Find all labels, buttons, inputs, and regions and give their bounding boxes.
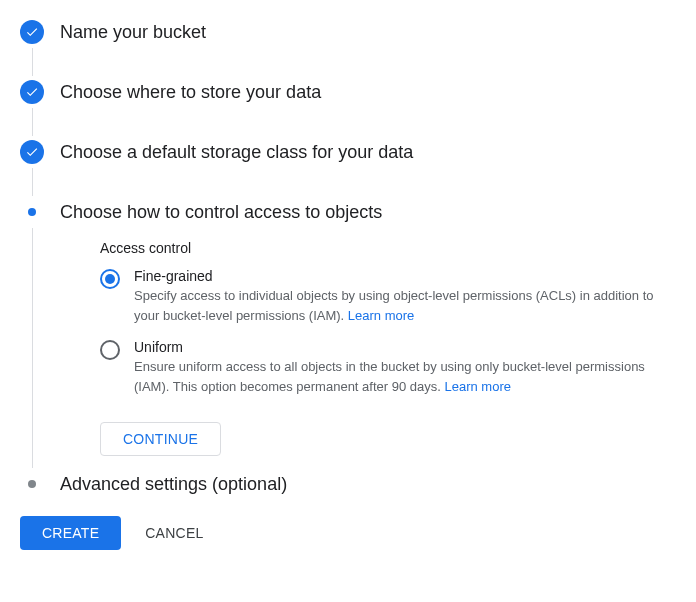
check-icon	[20, 20, 44, 44]
step-choose-location[interactable]: Choose where to store your data	[20, 80, 676, 140]
check-icon	[20, 140, 44, 164]
step-advanced-settings[interactable]: Advanced settings (optional)	[20, 472, 676, 496]
step-connector	[32, 108, 33, 136]
learn-more-link[interactable]: Learn more	[348, 308, 414, 323]
step-title: Choose a default storage class for your …	[60, 140, 676, 164]
active-dot-icon	[28, 208, 36, 216]
cancel-button[interactable]: Cancel	[145, 525, 203, 541]
stepper: Name your bucket Choose where to store y…	[20, 20, 676, 496]
step-title: Choose where to store your data	[60, 80, 676, 104]
radio-fine-grained[interactable]: Fine-grained Specify access to individua…	[100, 268, 676, 325]
step-connector	[32, 228, 33, 468]
radio-fine-grained-description: Specify access to individual objects by …	[134, 286, 676, 325]
learn-more-link[interactable]: Learn more	[444, 379, 510, 394]
step-connector	[32, 48, 33, 76]
create-button[interactable]: Create	[20, 516, 121, 550]
button-row: Create Cancel	[20, 516, 676, 550]
access-control-content: Access control Fine-grained Specify acce…	[60, 224, 676, 472]
radio-uniform-description: Ensure uniform access to all objects in …	[134, 357, 676, 396]
radio-selected-icon	[100, 269, 120, 289]
step-storage-class[interactable]: Choose a default storage class for your …	[20, 140, 676, 200]
radio-uniform[interactable]: Uniform Ensure uniform access to all obj…	[100, 339, 676, 396]
step-title: Advanced settings (optional)	[60, 472, 676, 496]
access-control-label: Access control	[100, 240, 676, 256]
step-connector	[32, 168, 33, 196]
radio-unselected-icon	[100, 340, 120, 360]
step-title: Choose how to control access to objects	[60, 200, 676, 224]
check-icon	[20, 80, 44, 104]
continue-button[interactable]: Continue	[100, 422, 221, 456]
step-title: Name your bucket	[60, 20, 676, 44]
radio-fine-grained-label: Fine-grained	[134, 268, 676, 284]
radio-uniform-label: Uniform	[134, 339, 676, 355]
step-access-control: Choose how to control access to objects …	[20, 200, 676, 472]
step-name-bucket[interactable]: Name your bucket	[20, 20, 676, 80]
inactive-dot-icon	[28, 480, 36, 488]
